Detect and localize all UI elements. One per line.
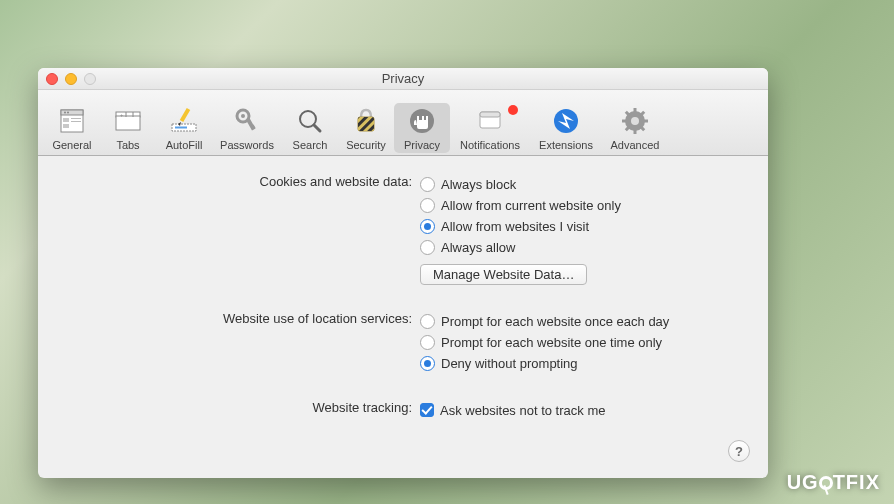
tab-advanced[interactable]: Advanced [602, 103, 668, 153]
svg-text:+: + [120, 112, 124, 118]
svg-rect-9 [116, 116, 140, 130]
advanced-icon [619, 105, 651, 137]
radio-icon [420, 356, 435, 371]
manage-website-data-button[interactable]: Manage Website Data… [420, 264, 587, 285]
svg-rect-15 [180, 108, 190, 122]
svg-point-3 [67, 112, 69, 114]
tracking-label: Website tracking: [60, 400, 420, 421]
tab-privacy[interactable]: Privacy [394, 103, 450, 153]
radio-icon [420, 177, 435, 192]
svg-rect-35 [634, 129, 637, 134]
maximize-button [84, 73, 96, 85]
notification-badge [508, 105, 518, 115]
tab-security[interactable]: Security [338, 103, 394, 153]
minimize-button[interactable] [65, 73, 77, 85]
radio-icon [420, 314, 435, 329]
watermark: UGTFIX [787, 471, 880, 494]
tab-notifications[interactable]: Notifications [450, 103, 530, 153]
location-option-prompt-each-day[interactable]: Prompt for each website once each day [420, 311, 746, 331]
svg-rect-29 [480, 112, 500, 117]
radio-icon [420, 219, 435, 234]
extensions-icon [550, 105, 582, 137]
svg-rect-37 [643, 120, 648, 123]
privacy-icon [406, 105, 438, 137]
svg-rect-5 [63, 124, 69, 128]
svg-rect-7 [71, 121, 81, 122]
tab-extensions[interactable]: Extensions [530, 103, 602, 153]
location-option-prompt-one-time[interactable]: Prompt for each website one time only [420, 332, 746, 352]
security-icon [350, 105, 382, 137]
location-option-deny[interactable]: Deny without prompting [420, 353, 746, 373]
passwords-icon [231, 105, 263, 137]
notifications-icon [474, 105, 506, 137]
search-icon [294, 105, 326, 137]
svg-rect-36 [622, 120, 627, 123]
tracking-option-do-not-track[interactable]: Ask websites not to track me [420, 400, 746, 420]
autofill-icon [168, 105, 200, 137]
help-button[interactable]: ? [728, 440, 750, 462]
svg-rect-4 [63, 118, 69, 122]
cookies-section: Cookies and website data: Always block A… [60, 174, 746, 285]
tab-general[interactable]: General [44, 103, 100, 153]
watermark-dot-icon [819, 476, 833, 490]
titlebar: Privacy [38, 68, 768, 90]
content-panel: Cookies and website data: Always block A… [38, 156, 768, 421]
traffic-lights [46, 73, 96, 85]
checkbox-icon [420, 403, 434, 417]
tracking-section: Website tracking: Ask websites not to tr… [60, 400, 746, 421]
cookies-option-always-block[interactable]: Always block [420, 174, 746, 194]
toolbar: General + Tabs [38, 90, 768, 156]
svg-point-2 [64, 112, 66, 114]
tab-tabs[interactable]: + Tabs [100, 103, 156, 153]
window-title: Privacy [382, 71, 425, 86]
cookies-label: Cookies and website data: [60, 174, 420, 285]
location-label: Website use of location services: [60, 311, 420, 374]
tab-passwords[interactable]: Passwords [212, 103, 282, 153]
cookies-option-allow-current[interactable]: Allow from current website only [420, 195, 746, 215]
preferences-window: Privacy General [38, 68, 768, 478]
radio-icon [420, 240, 435, 255]
svg-point-33 [631, 117, 639, 125]
svg-rect-24 [358, 117, 374, 131]
location-section: Website use of location services: Prompt… [60, 311, 746, 374]
cookies-option-always-allow[interactable]: Always allow [420, 237, 746, 257]
general-icon [56, 105, 88, 137]
svg-line-22 [314, 125, 320, 131]
cookies-option-allow-visited[interactable]: Allow from websites I visit [420, 216, 746, 236]
tabs-icon: + [112, 105, 144, 137]
tab-search[interactable]: Search [282, 103, 338, 153]
svg-point-18 [241, 114, 245, 118]
radio-icon [420, 198, 435, 213]
svg-rect-6 [71, 118, 81, 119]
tab-autofill[interactable]: AutoFill [156, 103, 212, 153]
close-button[interactable] [46, 73, 58, 85]
radio-icon [420, 335, 435, 350]
svg-rect-34 [634, 108, 637, 113]
